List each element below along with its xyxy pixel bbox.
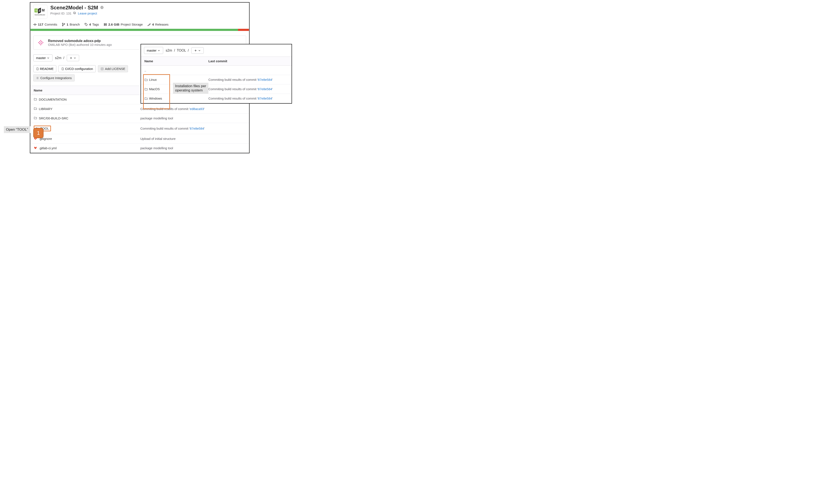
stat-tags[interactable]: 4Tags [85,23,99,26]
table-row[interactable]: LIBRARYCommiting build results of commit… [30,104,249,114]
copy-id-icon[interactable] [73,12,76,15]
svg-rect-27 [39,43,40,44]
svg-rect-24 [40,44,41,45]
tool-subfolder-panel: master s2m / TOOL / Name Last commit .. … [141,44,292,104]
project-avatar: S 2 M Scene2Model [33,5,47,19]
folder-icon [34,107,37,110]
svg-rect-23 [42,42,43,43]
step1-badge: 1 [33,128,43,138]
svg-point-15 [64,23,65,24]
table-row[interactable]: .gitlab-ci.ymlpackage modelling tool [30,143,249,153]
chevron-down-icon [157,49,160,52]
svg-point-30 [37,77,38,78]
svg-point-10 [34,24,36,25]
chevron-down-icon [73,56,76,59]
project-id: Project ID: 131 [50,12,71,15]
ov-header-lastcommit: Last commit [208,59,227,63]
readme-button[interactable]: README [33,65,56,72]
stat-commits[interactable]: 117Commits [33,23,57,26]
table-row[interactable]: WindowsCommiting build results of commit… [141,94,291,103]
gear-icon [36,76,39,79]
commit-author-avatar [36,38,45,47]
commit-meta: OMiLAB NPO (Bot) authored 10 minutes ago [48,43,112,47]
folder-icon [144,87,148,91]
svg-point-20 [105,25,105,25]
svg-text:Scene2Model: Scene2Model [35,14,45,16]
cicd-config-button[interactable]: CI/CD configuration [58,65,96,72]
svg-point-14 [62,25,63,26]
table-row[interactable]: LinuxCommiting build results of commit '… [141,75,291,85]
doc-icon [36,67,39,70]
os-install-note: Installation files per operating system [173,83,208,94]
table-row[interactable]: MacOSCommiting build results of commit '… [141,85,291,94]
breadcrumb-root[interactable]: s2m / [55,56,65,60]
doc-icon [61,67,64,70]
language-bar [31,29,249,31]
add-menu-button[interactable] [191,47,204,54]
plus-box-icon [101,67,104,70]
add-license-button[interactable]: Add LICENSE [98,65,128,72]
svg-rect-25 [39,41,40,42]
svg-rect-28 [41,43,42,44]
folder-icon [34,97,37,101]
configure-integrations-button[interactable]: Configure Integrations [33,74,75,82]
breadcrumb[interactable]: s2m / TOOL / [166,49,189,52]
ov-header-name: Name [144,59,208,63]
table-row[interactable]: .gitignoreUpload of initial structure [30,134,249,143]
plus-icon [70,56,72,59]
leave-project-link[interactable]: Leave project [78,12,97,15]
add-menu-button[interactable] [67,55,79,61]
parent-dir-row[interactable]: .. [141,66,291,75]
plus-icon [194,49,197,52]
svg-rect-26 [41,41,42,42]
svg-point-16 [85,24,86,24]
stat-releases[interactable]: 4Releases [147,23,168,26]
chevron-down-icon [47,56,50,59]
svg-text:M: M [42,8,44,12]
chevron-down-icon [198,49,201,52]
stat-branches[interactable]: 1Branch [62,23,80,26]
step1-label: Open “TOOL” [4,126,30,133]
svg-rect-17 [104,23,107,24]
folder-icon [144,78,148,82]
table-row[interactable]: SRC/00-BUILD-SRCpackage modelling tool [30,114,249,123]
branch-selector[interactable]: master [144,47,163,54]
svg-text:2: 2 [39,9,40,12]
branch-selector[interactable]: master [33,54,52,61]
stat-storage[interactable]: 2.6 GiBProject Storage [104,23,143,26]
folder-icon [144,97,148,100]
svg-point-19 [105,24,105,24]
svg-point-13 [62,23,63,24]
svg-rect-18 [104,25,107,25]
svg-rect-22 [38,42,39,43]
project-title: Scene2Model - S2M [50,5,98,11]
svg-rect-21 [40,40,41,41]
svg-text:S: S [35,9,37,12]
folder-icon [34,116,37,120]
visibility-public-icon [100,6,104,10]
gitlab-icon [34,146,37,149]
commit-message: Removed submodule adoxx-pdp [48,39,112,43]
table-row[interactable]: TOOLCommiting build results of commit '8… [30,123,249,134]
